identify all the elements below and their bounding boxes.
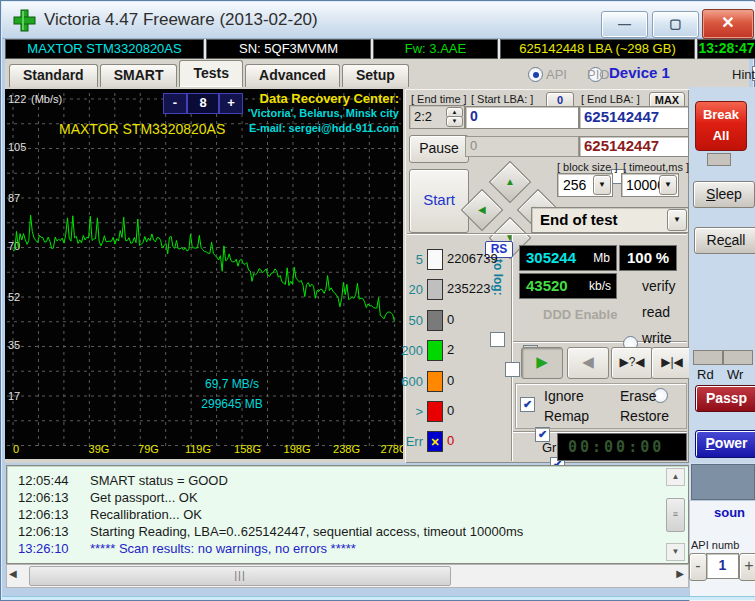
banner: Data Recovery Center: 'Victoria', Belaru… <box>248 91 399 136</box>
start-button[interactable]: Start <box>409 169 469 233</box>
clock: 13:28:47 <box>697 39 755 59</box>
drive-firmware: Fw: 3.AAE <box>373 39 498 59</box>
end-action-combo[interactable]: End of test ▼ <box>531 207 689 233</box>
log-time: 12:06:13 <box>18 507 69 522</box>
latency-count->: 0 <box>447 403 454 418</box>
start-lba-input[interactable]: 0 <box>465 106 579 129</box>
latency-label-50: 50 <box>399 313 423 328</box>
tab-standard[interactable]: Standard <box>9 64 98 87</box>
nav-left-button[interactable]: ◀ <box>461 189 503 231</box>
block-size-label: [ block size ] <box>557 161 618 173</box>
latency-label->: > <box>399 404 423 419</box>
banner-line2: 'Victoria', Belarus, Minsk city <box>248 106 399 121</box>
end-time-spin-down[interactable]: ▼ <box>446 116 463 127</box>
latency-color-swatch <box>427 249 443 270</box>
break-all-button[interactable]: Break All <box>695 101 747 151</box>
end-lba-input[interactable]: 625142447 <box>579 106 689 129</box>
tab-list: StandardSMARTTestsAdvancedSetup <box>9 61 411 87</box>
action-radio-label-ignore: Ignore <box>544 388 584 404</box>
tab-smart[interactable]: SMART <box>100 64 178 87</box>
svg-text:122: 122 <box>8 93 26 105</box>
latency-label-200: 200 <box>399 343 423 358</box>
svg-text:158G: 158G <box>234 443 261 455</box>
megabytes-display: 305244 Mb <box>519 245 617 271</box>
log-time: 12:06:13 <box>18 490 69 505</box>
banner-line3: E-mail: sergei@hdd-911.com <box>248 121 399 136</box>
divider <box>407 233 687 234</box>
block-size-combo[interactable]: 256 ▼ <box>557 173 613 197</box>
hint-checkbox-label: Hint <box>732 67 755 82</box>
latency-color-swatch: ✕ <box>427 431 443 452</box>
latency-label-5: 5 <box>399 252 423 267</box>
zoom-level-value: 8 <box>187 93 219 114</box>
device-selector[interactable]: Device 1 <box>609 64 670 81</box>
log-time: 12:06:13 <box>18 524 69 539</box>
elapsed-timer-value: 00:00:00 <box>568 438 664 456</box>
window-title: Victoria 4.47 Freeware (2013-02-20) <box>44 10 318 30</box>
scroll-left-arrow-icon[interactable]: ◀ <box>9 568 17 579</box>
log-horizontal-scrollbar[interactable]: ◀ ||| ▶ <box>6 564 689 588</box>
mode-radio-label-read: read <box>642 304 670 320</box>
to-log-checkbox-200[interactable] <box>505 362 520 377</box>
log-time: 12:05:44 <box>18 473 69 488</box>
end-action-dropdown-arrow-icon[interactable]: ▼ <box>667 209 687 231</box>
api-number-plus-button[interactable]: + <box>739 553 755 581</box>
scroll-right-arrow-icon[interactable]: ▶ <box>676 568 684 579</box>
action-radio-label-restore: Restore <box>620 408 669 424</box>
close-button[interactable]: ✕ <box>702 9 754 39</box>
back-button[interactable]: ◀ <box>567 347 609 379</box>
minimize-button[interactable]: — <box>601 11 648 38</box>
sound-checkbox-label: soun <box>714 505 745 520</box>
maximize-button[interactable]: ▢ <box>652 11 699 38</box>
window-bottom-edge <box>2 596 755 600</box>
action-radio-label-erase: Erase <box>620 388 657 404</box>
block-size-value: 256 <box>563 177 586 193</box>
zoom-in-button[interactable]: + <box>219 93 243 114</box>
latency-count-Err: 0 <box>447 433 454 448</box>
to-log-label: to log: <box>491 259 505 321</box>
nav-left-arrow-icon: ◀ <box>478 196 486 224</box>
tab-tests[interactable]: Tests <box>179 60 243 87</box>
power-button[interactable]: Power <box>695 430 755 458</box>
play-button[interactable]: ▶ <box>521 347 563 379</box>
passport-button[interactable]: Passp <box>695 385 755 412</box>
latency-label-600: 600 <box>399 374 423 389</box>
drive-serial: SN: 5QF3MVMM <box>206 39 371 59</box>
recall-button[interactable]: Recall <box>694 227 755 254</box>
mode-radio-label-write: write <box>642 330 672 346</box>
log-text: ***** Scan results: no warnings, no erro… <box>90 541 356 556</box>
block-size-dropdown-arrow-icon[interactable]: ▼ <box>593 175 611 195</box>
nav-up-button[interactable]: ▲ <box>489 161 531 203</box>
latency-count-20: 235223 <box>447 281 490 296</box>
scan-question-button[interactable]: ▶?◀ <box>611 347 653 379</box>
timeout-combo[interactable]: 10000 ▼ <box>621 173 679 197</box>
step-button[interactable]: ▶|◀ <box>651 347 693 379</box>
sleep-button[interactable]: Sleep <box>693 181 755 208</box>
api-number-minus-button[interactable]: - <box>689 553 707 581</box>
log-scroll-up-arrow-icon[interactable]: ▲ <box>666 468 685 486</box>
graph-drive-label: MAXTOR STM3320820AS <box>59 121 225 137</box>
to-log-checkbox-50[interactable] <box>490 332 505 347</box>
log-scroll-down-arrow-icon[interactable]: ▼ <box>666 543 685 561</box>
start-lba-label: [ Start LBA: ] <box>471 93 533 105</box>
end-action-value: End of test <box>540 211 618 228</box>
zoom-out-button[interactable]: - <box>163 93 187 114</box>
pause-button[interactable]: Pause <box>409 135 469 163</box>
latency-color-swatch <box>427 401 443 422</box>
speed-graph[interactable]: 122(Mb/s)1058770523517039G79G119G158G198… <box>5 89 403 459</box>
svg-text:35: 35 <box>8 339 20 351</box>
victoria-window: Victoria 4.47 Freeware (2013-02-20) — ▢ … <box>0 0 755 601</box>
horizontal-scrollbar-thumb[interactable]: ||| <box>29 566 451 586</box>
svg-text:119G: 119G <box>185 443 211 455</box>
status-led <box>707 153 731 166</box>
svg-text:198G: 198G <box>284 443 311 455</box>
end-time-spinner[interactable]: 2:2 ▲ ▼ <box>409 105 465 129</box>
timeout-dropdown-arrow-icon[interactable]: ▼ <box>659 175 677 195</box>
log-scrollbar-thumb[interactable]: ≡ <box>666 498 685 532</box>
tab-setup[interactable]: Setup <box>342 64 409 87</box>
start-lba-shadow-field: 0 <box>465 136 579 157</box>
elapsed-timer-display: 00:00:00 <box>557 433 687 461</box>
tab-advanced[interactable]: Advanced <box>245 64 340 87</box>
cursor-position-readout: 299645 MB <box>167 397 297 411</box>
api-radio[interactable] <box>528 67 543 82</box>
